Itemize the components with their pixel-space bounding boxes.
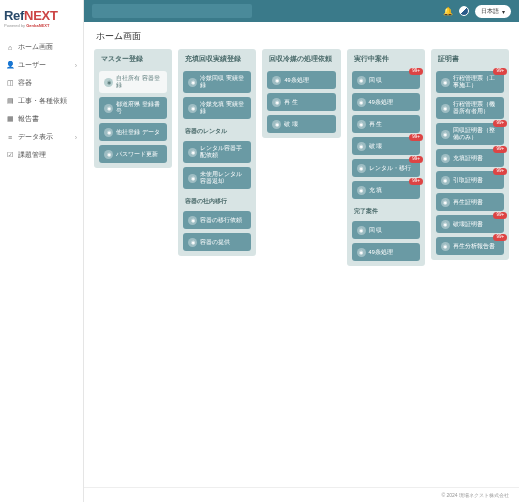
column-4: 証明書◉行程管理票（工事施工）99+◉行程管理票（機器所有者用）◉回収証明書（整…: [431, 49, 509, 260]
card-2-0-2[interactable]: ◉破 壊: [267, 115, 335, 133]
dest-icon: ◉: [272, 120, 281, 129]
give-icon: ◉: [188, 238, 197, 247]
card-0-0-3[interactable]: ◉パスワード更新: [99, 145, 167, 163]
card-label: 行程管理票（機器所有者用）: [453, 101, 499, 115]
card-3-0-5[interactable]: ◉充 填99+: [352, 181, 420, 199]
chevron-down-icon: ▾: [502, 8, 505, 15]
card-4-0-0[interactable]: ◉行程管理票（工事施工）99+: [436, 71, 504, 93]
sidebar-item-label: ホーム画面: [18, 42, 53, 52]
fill-icon: ◉: [188, 104, 197, 113]
card-2-0-0[interactable]: ◉49条処理: [267, 71, 335, 89]
card-1-0-1[interactable]: ◉冷媒充填 実績登録: [183, 97, 251, 119]
card-4-0-6[interactable]: ◉破壊証明書99+: [436, 215, 504, 233]
doc-icon: ◉: [441, 78, 450, 87]
card-3-0-4[interactable]: ◉レンタル・移行99+: [352, 159, 420, 177]
card-label: レンタル容器手配依頼: [200, 145, 246, 159]
globe-icon[interactable]: [459, 6, 469, 16]
badge: 99+: [409, 134, 423, 141]
proc-icon: ◉: [357, 98, 366, 107]
column-header: 回収冷媒の処理依頼: [267, 54, 335, 67]
card-4-0-5[interactable]: ◉再生証明書: [436, 193, 504, 211]
sub-header: 容器のレンタル: [183, 123, 251, 137]
column-0: マスター登録◉自社所有 容器登録◉都道府県 登録番号◉他社登録 データ◉パスワー…: [94, 49, 172, 168]
sidebar-item-label: 容器: [18, 78, 32, 88]
doc-icon: ◉: [441, 130, 450, 139]
card-0-0-2[interactable]: ◉他社登録 データ: [99, 123, 167, 141]
data-icon: ≡: [6, 133, 14, 141]
card-label: 充 填: [369, 187, 383, 194]
card-0-0-0[interactable]: ◉自社所有 容器登録: [99, 71, 167, 93]
badge: 99+: [493, 168, 507, 175]
card-1-0-0[interactable]: ◉冷媒回収 実績登録: [183, 71, 251, 93]
mv-icon: ◉: [357, 164, 366, 173]
topbar: 🔔 日本語▾: [84, 0, 519, 22]
sidebar-item-label: 課題管理: [18, 150, 46, 160]
sidebar-item-2[interactable]: ◫容器: [4, 74, 79, 92]
card-4-0-1[interactable]: ◉行程管理票（機器所有者用）: [436, 97, 504, 119]
column-header: 充填回収実績登録: [183, 54, 251, 67]
search-area[interactable]: [92, 4, 252, 18]
doc-icon: ◉: [441, 154, 450, 163]
footer: © 2024 現場ネクスト株式会社: [84, 487, 519, 502]
sidebar-item-4[interactable]: ▦報告書: [4, 110, 79, 128]
sidebar-item-label: ユーザー: [18, 60, 46, 70]
card-2-0-1[interactable]: ◉再 生: [267, 93, 335, 111]
sidebar-item-5[interactable]: ≡データ表示: [4, 128, 79, 146]
sidebar-item-label: 報告書: [18, 114, 39, 124]
card-label: 回 収: [369, 77, 383, 84]
sidebar: RefNEXT Powered by GenbaNEXT ⌂ホーム画面👤ユーザー…: [0, 0, 84, 502]
card-label: 回収証明書（整備のみ）: [453, 127, 499, 141]
card-label: 冷媒回収 実績登録: [200, 75, 246, 89]
card-label: 49条処理: [369, 99, 393, 106]
card-1-1-1[interactable]: ◉未使用レンタル容器返却: [183, 167, 251, 189]
card-0-0-1[interactable]: ◉都道府県 登録番号: [99, 97, 167, 119]
powered-by: Powered by GenbaNEXT: [4, 23, 79, 28]
recy-icon: ◉: [357, 120, 366, 129]
doc-icon: ◉: [441, 104, 450, 113]
main: 🔔 日本語▾ ホーム画面 マスター登録◉自社所有 容器登録◉都道府県 登録番号◉…: [84, 0, 519, 502]
card-1-1-0[interactable]: ◉レンタル容器手配依頼: [183, 141, 251, 163]
card-label: パスワード更新: [116, 151, 158, 158]
logo: RefNEXT: [4, 8, 79, 23]
card-3-0-1[interactable]: ◉49条処理: [352, 93, 420, 111]
key-icon: ◉: [104, 150, 113, 159]
badge: 99+: [409, 156, 423, 163]
sidebar-item-label: 工事・各種依頼: [18, 96, 67, 106]
card-label: 引取証明書: [453, 177, 483, 184]
sidebar-item-6[interactable]: ☑課題管理: [4, 146, 79, 164]
task-icon: ☑: [6, 151, 14, 159]
card-4-0-4[interactable]: ◉引取証明書99+: [436, 171, 504, 189]
column-header: マスター登録: [99, 54, 167, 67]
rec-icon: ◉: [188, 78, 197, 87]
badge: 99+: [409, 68, 423, 75]
bell-icon[interactable]: 🔔: [443, 7, 453, 16]
badge: 99+: [493, 68, 507, 75]
sidebar-item-3[interactable]: ▤工事・各種依頼: [4, 92, 79, 110]
doc-icon: ◉: [441, 242, 450, 251]
doc-icon: ▤: [6, 97, 14, 105]
sidebar-item-0[interactable]: ⌂ホーム画面: [4, 38, 79, 56]
card-label: 他社登録 データ: [116, 129, 160, 136]
card-3-0-0[interactable]: ◉回 収99+: [352, 71, 420, 89]
card-label: レンタル・移行: [369, 165, 411, 172]
card-3-0-3[interactable]: ◉破 壊99+: [352, 137, 420, 155]
card-1-2-1[interactable]: ◉容器の提供: [183, 233, 251, 251]
mv-icon: ◉: [188, 216, 197, 225]
card-3-1-1[interactable]: ◉49条処理: [352, 243, 420, 261]
card-1-2-0[interactable]: ◉容器の移行依頼: [183, 211, 251, 229]
doc-icon: ◉: [441, 176, 450, 185]
language-selector[interactable]: 日本語▾: [475, 5, 511, 18]
card-4-0-3[interactable]: ◉充填証明書99+: [436, 149, 504, 167]
card-label: 再 生: [284, 99, 298, 106]
card-label: 49条処理: [369, 249, 393, 256]
card-3-1-0[interactable]: ◉回 収: [352, 221, 420, 239]
card-label: 再 生: [369, 121, 383, 128]
card-3-0-2[interactable]: ◉再 生: [352, 115, 420, 133]
card-4-0-7[interactable]: ◉再生分析報告書99+: [436, 237, 504, 255]
card-4-0-2[interactable]: ◉回収証明書（整備のみ）99+: [436, 123, 504, 145]
badge: 99+: [409, 178, 423, 185]
sidebar-item-1[interactable]: 👤ユーザー: [4, 56, 79, 74]
card-label: 49条処理: [284, 77, 308, 84]
dest-icon: ◉: [357, 142, 366, 151]
ret-icon: ◉: [188, 174, 197, 183]
